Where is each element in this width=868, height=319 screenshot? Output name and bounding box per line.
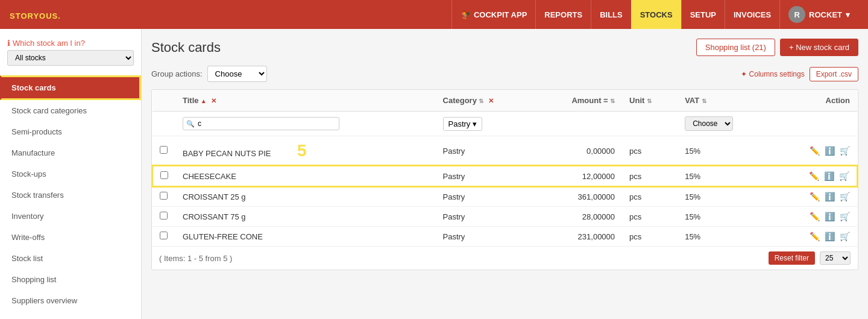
row-title: GLUTEN-FREE CONE <box>183 232 263 241</box>
clear-title-filter-icon[interactable]: ✕ <box>211 97 216 104</box>
col-header-category[interactable]: Category ⇅ ✕ <box>436 90 535 112</box>
row-unit: pcs <box>629 212 641 221</box>
search-icon: 🔍 <box>186 120 195 128</box>
nav-item-cockpit[interactable]: 🐓 COCKPIT APP <box>451 0 535 29</box>
cart-icon[interactable]: 🛒 <box>839 171 849 181</box>
vat-filter-cell: Choose 15% 20% <box>678 112 773 136</box>
edit-icon[interactable]: ✏️ <box>809 171 819 181</box>
row-unit: pcs <box>629 232 641 241</box>
shopping-list-button[interactable]: Shopping list (21) <box>696 39 775 56</box>
info-icon[interactable]: ℹ️ <box>825 232 835 241</box>
row-checkbox[interactable] <box>160 171 168 179</box>
sidebar-item-semi-products[interactable]: Semi-products <box>0 121 141 142</box>
category-filter-button[interactable]: Pastry ▾ <box>443 117 483 131</box>
toolbar: Group actions: Choose ✦ Columns settings… <box>151 66 858 82</box>
row-category-cell: Pastry <box>436 207 535 227</box>
row-vat-cell: 15% <box>678 186 773 207</box>
group-actions-select[interactable]: Choose <box>207 66 267 82</box>
cart-icon[interactable]: 🛒 <box>840 146 850 156</box>
cart-icon[interactable]: 🛒 <box>840 232 850 241</box>
cart-icon[interactable]: 🛒 <box>840 192 850 201</box>
row-checkbox-cell <box>153 166 175 186</box>
nav-user[interactable]: R ROCKET ▾ <box>779 0 858 29</box>
row-category-cell: Pastry <box>436 227 535 247</box>
row-amount-cell: 231,00000 <box>535 227 622 247</box>
page-title: Stock cards <box>151 40 221 55</box>
sidebar-item-suppliers-overview[interactable]: Suppliers overview <box>0 290 141 311</box>
row-unit: pcs <box>629 172 641 181</box>
col-header-vat[interactable]: VAT ⇅ <box>678 90 773 112</box>
col-header-action: Action <box>773 90 857 112</box>
col-header-unit[interactable]: Unit ⇅ <box>622 90 678 112</box>
per-page-select[interactable]: 10 25 50 100 <box>820 251 851 265</box>
row-category: Pastry <box>443 212 465 221</box>
columns-settings-button[interactable]: ✦ Columns settings <box>741 70 804 78</box>
info-icon[interactable]: ℹ️ <box>825 212 835 221</box>
sidebar-item-stock-card-categories[interactable]: Stock card categories <box>0 100 141 121</box>
row-action-cell: ✏️ ℹ️ 🛒 <box>773 207 857 227</box>
nav-item-reports[interactable]: REPORTS <box>535 0 591 29</box>
group-actions-label: Group actions: <box>151 69 203 78</box>
table-row: BABY PECAN NUTS PIE 5 Pastry 0,00000 pcs… <box>153 136 857 166</box>
row-checkbox[interactable] <box>160 232 168 239</box>
sidebar-item-manufacture[interactable]: Manufacture <box>0 142 141 163</box>
sidebar-item-stock-list[interactable]: Stock list <box>0 248 141 269</box>
edit-icon[interactable]: ✏️ <box>810 232 820 241</box>
avatar: R <box>788 6 805 23</box>
row-title-cell: GLUTEN-FREE CONE <box>175 227 436 247</box>
chevron-down-icon: ▾ <box>473 119 477 128</box>
row-vat: 15% <box>685 172 700 181</box>
cart-icon[interactable]: 🛒 <box>840 212 850 221</box>
sidebar-item-stock-ups[interactable]: Stock-ups <box>0 163 141 185</box>
row-checkbox[interactable] <box>160 192 168 200</box>
vat-filter-select[interactable]: Choose 15% 20% <box>685 116 733 131</box>
row-title-cell: CROISSANT 25 g <box>175 186 436 207</box>
sidebar-item-inventory[interactable]: Inventory <box>0 206 141 227</box>
col-header-title[interactable]: Title ▲ ✕ <box>175 90 436 112</box>
nav-item-setup[interactable]: SETUP <box>681 0 725 29</box>
sidebar-item-write-offs[interactable]: Write-offs <box>0 227 141 248</box>
row-checkbox[interactable] <box>160 146 168 154</box>
nav-item-bills[interactable]: BILLS <box>591 0 631 29</box>
reset-filter-button[interactable]: Reset filter <box>769 251 815 265</box>
info-icon[interactable]: ℹ️ <box>825 192 835 201</box>
sidebar-item-shopping-list[interactable]: Shopping list <box>0 269 141 290</box>
stock-select[interactable]: All stocks Main stock Bar stock <box>7 50 134 66</box>
sort-category-icon: ⇅ <box>479 98 483 104</box>
title-search-input[interactable] <box>183 117 339 130</box>
row-title-cell: CROISSANT 75 g <box>175 207 436 227</box>
row-amount: 361,00000 <box>578 192 615 201</box>
category-filter-cell: Pastry ▾ <box>436 112 535 136</box>
row-vat-cell: 15% <box>678 227 773 247</box>
row-category: Pastry <box>443 232 465 241</box>
cockpit-icon: 🐓 <box>461 10 470 19</box>
row-amount-cell: 28,00000 <box>535 207 622 227</box>
row-action-cell: ✏️ ℹ️ 🛒 <box>773 186 857 207</box>
edit-icon[interactable]: ✏️ <box>810 146 820 156</box>
row-title: CROISSANT 25 g <box>183 192 246 201</box>
edit-icon[interactable]: ✏️ <box>810 212 820 221</box>
row-category-cell: Pastry <box>436 186 535 207</box>
new-stock-card-button[interactable]: + New stock card <box>780 39 858 56</box>
col-header-amount[interactable]: Amount = ⇅ <box>535 90 622 112</box>
row-title-cell: CHEESECAKE <box>175 166 436 186</box>
edit-icon[interactable]: ✏️ <box>810 192 820 201</box>
clear-category-filter-icon[interactable]: ✕ <box>488 97 494 104</box>
sort-amount-icon: ⇅ <box>610 98 615 104</box>
stock-selector-section: ℹ Which stock am I in? All stocks Main s… <box>0 34 141 71</box>
row-amount-cell: 361,00000 <box>535 186 622 207</box>
info-icon[interactable]: ℹ️ <box>824 171 834 181</box>
export-csv-button[interactable]: Export .csv <box>810 67 858 81</box>
row-checkbox-cell <box>153 186 175 207</box>
row-vat-cell: 15% <box>678 136 773 166</box>
sidebar-item-stock-transfers[interactable]: Stock transfers <box>0 185 141 206</box>
nav-item-stocks[interactable]: STOCKS <box>631 0 681 29</box>
row-unit-cell: pcs <box>622 227 678 247</box>
row-vat-cell: 15% <box>678 207 773 227</box>
nav-item-invoices[interactable]: INVOICES <box>725 0 779 29</box>
row-category: Pastry <box>443 172 465 181</box>
info-icon[interactable]: ℹ️ <box>825 146 835 156</box>
row-checkbox[interactable] <box>160 212 168 220</box>
row-vat: 15% <box>685 147 700 156</box>
sidebar-item-stock-cards[interactable]: Stock cards <box>0 75 141 100</box>
